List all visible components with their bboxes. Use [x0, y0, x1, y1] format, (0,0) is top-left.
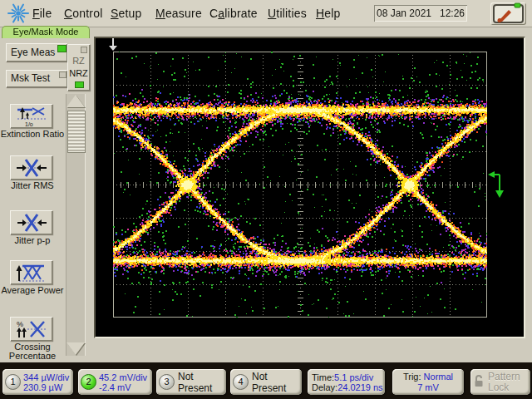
svg-text:1/o: 1/o [25, 121, 33, 127]
eye-diagram-canvas [113, 52, 487, 318]
channel-3-badge: 3 [159, 374, 175, 390]
jitter-rms-button[interactable] [10, 155, 52, 180]
time-label: Time: [312, 372, 334, 382]
jitter-rms-icon [16, 157, 47, 179]
channel-1-scale: 344 µW/div [23, 372, 69, 382]
channel-1-readout: 344 µW/div 230.9 µW [23, 372, 69, 392]
nrz-label[interactable]: NRZ [67, 68, 90, 78]
agilent-logo-icon [7, 2, 30, 28]
menu-item-help[interactable]: Help [316, 7, 341, 20]
average-power-label: Average Power [0, 286, 65, 295]
nrz-led [75, 81, 84, 88]
channel-2-readout: 45.2 mV/div -2.4 mV [99, 372, 147, 392]
jitter-rms-label: Jitter RMS [0, 181, 65, 190]
msk-test-button[interactable]: Msk Test [6, 70, 67, 87]
rz-label[interactable]: RZ [67, 56, 90, 66]
rz-nrz-selector[interactable]: RZ NRZ [67, 44, 90, 91]
average-power-button[interactable] [10, 260, 52, 284]
menu-item-setup[interactable]: Setup [111, 7, 142, 20]
channel-2-scale: 45.2 mV/div [99, 372, 147, 382]
channel-1-offset: 230.9 µW [23, 382, 69, 392]
channel-3-button[interactable]: 3 Not Present [156, 369, 226, 395]
status-bar: 1 344 µW/div 230.9 µW 2 45.2 mV/div -2.4… [0, 362, 532, 399]
msk-test-label: Msk Test [11, 72, 50, 84]
jitter-pp-label: Jitter p-p [0, 236, 65, 245]
sidebar-scrollbar[interactable] [66, 94, 86, 356]
channel-4-button[interactable]: 4 Not Present [230, 369, 302, 395]
jitter-pp-button[interactable] [10, 210, 52, 234]
channel-2-offset: -2.4 mV [99, 382, 147, 392]
scrollbar-thumb[interactable] [67, 111, 86, 153]
channel-4-badge: 4 [233, 374, 249, 390]
trig-level: 7 mV [395, 382, 461, 393]
extinction-ratio-icon: 1/o [16, 106, 47, 127]
scroll-up-icon[interactable] [66, 95, 85, 107]
channel-1-button[interactable]: 1 344 µW/div 230.9 µW [2, 369, 73, 395]
time-value: 5.1 ps/div [334, 372, 373, 382]
pattern-lock-line1: Pattern [488, 372, 520, 382]
menu-item-utilities[interactable]: Utilities [268, 7, 307, 20]
extinction-ratio-button[interactable]: 1/o [10, 104, 52, 128]
svg-text:%: % [17, 320, 23, 328]
eye-meas-label: Eye Meas [11, 47, 55, 58]
pattern-lock-line2: Lock [488, 382, 520, 393]
tab-eye-mask-mode[interactable]: Eye/Mask Mode [2, 26, 90, 38]
eye-meas-button[interactable]: Eye Meas [6, 43, 67, 62]
channel-1-badge: 1 [5, 374, 21, 390]
crossing-percentage-label: Crossing Percentage [0, 342, 65, 359]
extinction-ratio-label: Extinction Ratio [0, 130, 65, 139]
eye-meas-led [57, 45, 66, 52]
touchscreen-icon [490, 2, 526, 25]
pattern-lock-button[interactable]: Pattern Lock [470, 369, 530, 395]
crossing-percentage-icon: % [16, 318, 47, 340]
scroll-down-icon[interactable] [66, 342, 85, 355]
trigger-button[interactable]: Trig: Normal 7 mV [392, 369, 464, 395]
pattern-lock-label: Pattern Lock [488, 372, 520, 393]
timebase-button[interactable]: Time:5.1 ps/div Delay:24.0219 ns [308, 369, 385, 395]
channel-4-status: Not Present [252, 371, 299, 394]
menu-item-calibrate[interactable]: Calibrate [209, 7, 258, 20]
trigger-readout: Trig: Normal 7 mV [395, 372, 461, 393]
rz-indicator [81, 47, 87, 53]
time-reference-marker-icon [106, 38, 120, 55]
crossing-percentage-button[interactable]: % [10, 317, 52, 341]
delay-label: Delay: [312, 382, 337, 392]
padlock-icon [473, 374, 485, 391]
channel-2-badge: 2 [81, 374, 96, 390]
instrument-screen: File Control Setup Measure Calibrate Uti… [0, 0, 532, 399]
trig-mode: Normal [424, 372, 453, 382]
main-panel: Eye Meas Msk Test RZ NRZ 1/o [0, 27, 532, 362]
display-screen [94, 37, 525, 338]
datetime-display: 08 Jan 2021 12:26 [374, 5, 467, 22]
trig-label: Trig: [403, 372, 421, 382]
delay-value: 24.0219 ns [337, 382, 382, 392]
channel-2-button[interactable]: 2 45.2 mV/div -2.4 mV [78, 369, 152, 395]
menu-bar: File Control Setup Measure Calibrate Uti… [0, 0, 532, 27]
touchscreen-indicator-button[interactable] [490, 2, 526, 25]
menu-item-measure[interactable]: Measure [155, 7, 202, 20]
channel-3-status: Not Present [178, 371, 224, 394]
jitter-pp-icon [16, 212, 47, 234]
average-power-icon [16, 262, 47, 283]
timebase-readout: Time:5.1 ps/div Delay:24.0219 ns [312, 372, 383, 392]
msk-test-led [59, 71, 66, 78]
trigger-level-marker-icon[interactable] [487, 170, 504, 203]
menu-item-file[interactable]: File [32, 7, 52, 20]
menu-item-control[interactable]: Control [64, 7, 103, 20]
